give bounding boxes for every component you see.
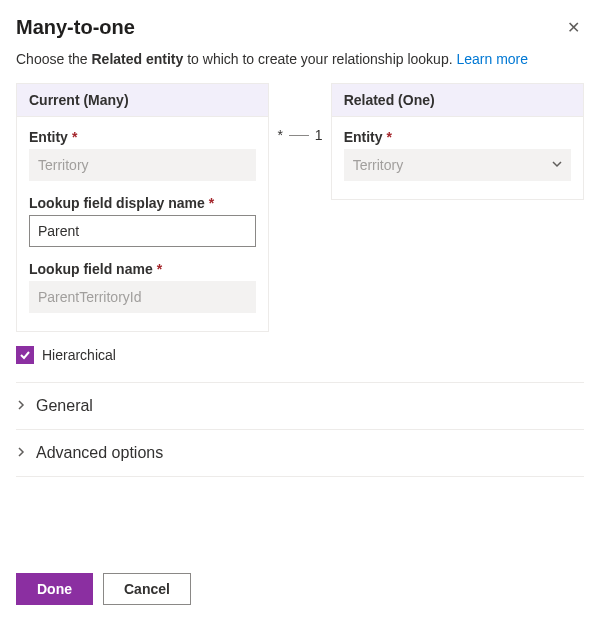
current-entity-label: Entity * bbox=[29, 129, 256, 145]
check-icon bbox=[19, 349, 31, 361]
intro-bold: Related entity bbox=[92, 51, 184, 67]
related-entity-label-text: Entity bbox=[344, 129, 383, 145]
lookup-name-label: Lookup field name * bbox=[29, 261, 256, 277]
required-indicator: * bbox=[209, 195, 214, 211]
cardinality-many: * bbox=[277, 127, 282, 143]
intro-text: Choose the Related entity to which to cr… bbox=[16, 51, 584, 67]
cardinality-one: 1 bbox=[315, 127, 323, 143]
lookup-display-label: Lookup field display name * bbox=[29, 195, 256, 211]
lookup-name-input bbox=[29, 281, 256, 313]
collapsible-sections: General Advanced options bbox=[16, 382, 584, 477]
advanced-section[interactable]: Advanced options bbox=[16, 429, 584, 477]
cardinality-connector: * 1 bbox=[269, 127, 330, 143]
done-button[interactable]: Done bbox=[16, 573, 93, 605]
current-panel: Current (Many) Entity * Lookup field dis… bbox=[16, 83, 269, 332]
related-panel: Related (One) Entity * bbox=[331, 83, 584, 200]
chevron-right-icon bbox=[16, 446, 26, 460]
required-indicator: * bbox=[72, 129, 77, 145]
cancel-button[interactable]: Cancel bbox=[103, 573, 191, 605]
lookup-display-label-text: Lookup field display name bbox=[29, 195, 205, 211]
required-indicator: * bbox=[387, 129, 392, 145]
dialog-title: Many-to-one bbox=[16, 16, 135, 39]
current-panel-header: Current (Many) bbox=[17, 84, 268, 117]
close-icon[interactable]: ✕ bbox=[563, 16, 584, 39]
intro-post: to which to create your relationship loo… bbox=[183, 51, 456, 67]
current-entity-label-text: Entity bbox=[29, 129, 68, 145]
intro-pre: Choose the bbox=[16, 51, 92, 67]
general-section-label: General bbox=[36, 397, 93, 415]
connector-line bbox=[289, 135, 309, 136]
learn-more-link[interactable]: Learn more bbox=[456, 51, 528, 67]
lookup-name-label-text: Lookup field name bbox=[29, 261, 153, 277]
lookup-display-input[interactable] bbox=[29, 215, 256, 247]
dialog-footer: Done Cancel bbox=[16, 573, 191, 605]
general-section[interactable]: General bbox=[16, 382, 584, 429]
related-entity-select[interactable] bbox=[344, 149, 571, 181]
required-indicator: * bbox=[157, 261, 162, 277]
hierarchical-checkbox[interactable] bbox=[16, 346, 34, 364]
current-entity-input bbox=[29, 149, 256, 181]
related-panel-header: Related (One) bbox=[332, 84, 583, 117]
related-entity-label: Entity * bbox=[344, 129, 571, 145]
chevron-right-icon bbox=[16, 399, 26, 413]
hierarchical-label: Hierarchical bbox=[42, 347, 116, 363]
advanced-section-label: Advanced options bbox=[36, 444, 163, 462]
relationship-panels: Current (Many) Entity * Lookup field dis… bbox=[16, 83, 584, 332]
